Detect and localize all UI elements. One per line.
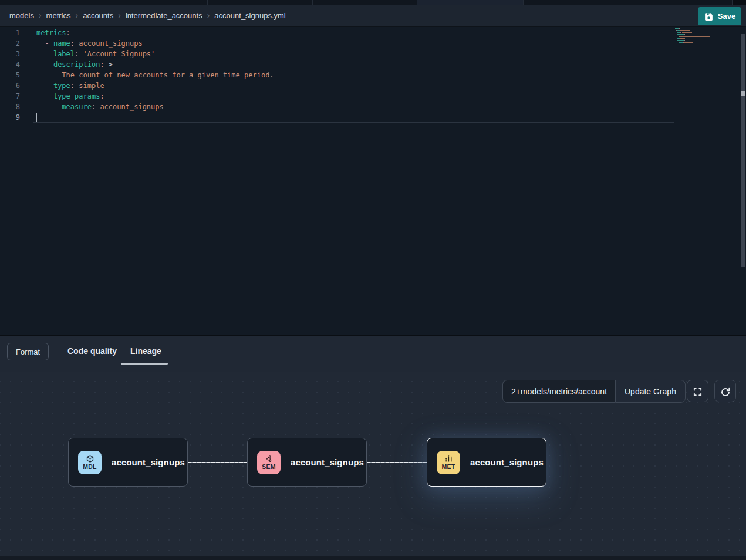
minimap[interactable]: [675, 27, 734, 97]
minimap-line: [675, 34, 686, 35]
breadcrumb: models›metrics›accounts›intermediate_acc…: [9, 11, 286, 20]
code-line-3[interactable]: label: 'Account Signups': [36, 49, 155, 59]
breadcrumb-item-account_signups.yml[interactable]: account_signups.yml: [214, 11, 285, 20]
breadcrumb-separator-icon: ›: [39, 11, 42, 19]
code-token: simple: [75, 82, 104, 90]
code-line-2[interactable]: - name: account_signups: [36, 38, 143, 49]
line-number-9: 9: [0, 112, 20, 123]
save-floppy-icon: [704, 12, 714, 21]
code-line-6[interactable]: type: simple: [36, 80, 104, 91]
code-line-8[interactable]: measure: account_signups: [36, 102, 164, 112]
refresh-icon: [720, 387, 731, 396]
line-number-8: 8: [0, 102, 20, 112]
minimap-line: [675, 40, 685, 41]
code-token: type_params: [53, 92, 100, 100]
node-label: account_signups: [291, 457, 364, 467]
code-line-5[interactable]: The count of new accounts for a given ti…: [36, 70, 274, 80]
code-token: [36, 39, 45, 48]
breadcrumb-item-accounts[interactable]: accounts: [83, 11, 113, 20]
code-token: [36, 82, 53, 90]
code-token: account_signups: [96, 103, 164, 111]
sem-badge: SEM: [257, 451, 281, 474]
code-token: label: [53, 50, 75, 58]
lineage-node-sem[interactable]: SEMaccount_signups: [247, 438, 367, 487]
code-token: 'Account Signups': [83, 50, 156, 58]
file-tabstrip: [0, 0, 746, 5]
file-tab-5[interactable]: [417, 0, 524, 5]
code-token: :: [100, 60, 104, 69]
code-token: type: [53, 82, 70, 90]
file-tab-6[interactable]: [524, 0, 629, 5]
code-token: :: [70, 39, 75, 48]
lineage-edge: [188, 462, 247, 463]
minimap-line: [675, 36, 710, 37]
code-token: name: [53, 39, 70, 48]
breadcrumb-item-models[interactable]: models: [9, 11, 34, 20]
file-tab-2[interactable]: [103, 0, 208, 5]
save-button-label: Save: [718, 12, 735, 21]
minimap-line: [675, 28, 680, 29]
bottom-panel: Format Code quality Lineage Update Graph…: [0, 335, 746, 560]
indent-guide: [53, 102, 53, 112]
file-tab-7[interactable]: [629, 0, 733, 5]
code-token: [36, 50, 53, 58]
lineage-canvas[interactable]: Update Graph MDLaccount_signupsSEMaccoun…: [0, 372, 746, 558]
code-token: :: [100, 92, 104, 100]
indent-guide: [36, 38, 36, 112]
save-button[interactable]: Save: [698, 7, 741, 25]
semantic-model-icon: [265, 454, 274, 463]
code-token: [49, 39, 53, 48]
footer-strip: [0, 556, 746, 560]
app-root: models›metrics›accounts›intermediate_acc…: [0, 0, 746, 560]
format-button[interactable]: Format: [7, 343, 49, 360]
line-number-1: 1: [0, 28, 20, 38]
tab-code-quality[interactable]: Code quality: [67, 346, 117, 356]
code-token: [36, 103, 62, 111]
fullscreen-button[interactable]: [687, 380, 708, 402]
fullscreen-icon: [693, 387, 703, 396]
code-token: :: [66, 29, 70, 37]
refresh-button[interactable]: [714, 380, 736, 402]
code-token: description: [53, 60, 100, 69]
code-line-7[interactable]: type_params:: [36, 91, 104, 102]
breadcrumb-bar: models›metrics›accounts›intermediate_acc…: [0, 5, 746, 27]
code-token: >: [109, 60, 113, 69]
line-number-6: 6: [0, 80, 20, 91]
code-token: The count of new accounts for a given ti…: [62, 71, 274, 79]
breadcrumb-separator-icon: ›: [207, 11, 210, 19]
lineage-node-met[interactable]: METaccount_signups: [427, 438, 546, 487]
badge-label: MET: [441, 463, 455, 471]
code-editor[interactable]: 1metrics:2 - name: account_signups3 labe…: [0, 27, 746, 335]
line-number-2: 2: [0, 38, 20, 49]
text-cursor: [36, 113, 37, 122]
editor-scrollbar-thumb[interactable]: [741, 91, 745, 96]
minimap-line: [675, 42, 693, 43]
code-token: [36, 92, 53, 100]
lineage-edge: [367, 462, 427, 463]
minimap-line: [675, 30, 690, 31]
node-label: account_signups: [470, 457, 544, 467]
code-line-4[interactable]: description: >: [36, 59, 113, 70]
breadcrumb-item-metrics[interactable]: metrics: [46, 11, 71, 20]
editor-scrollbar[interactable]: [741, 34, 745, 267]
panel-divider: [48, 339, 48, 365]
file-tab-4[interactable]: [313, 0, 417, 5]
code-line-1[interactable]: metrics:: [36, 28, 70, 38]
node-label: account_signups: [112, 457, 185, 467]
code-token: [104, 60, 109, 69]
file-tab-3[interactable]: [208, 0, 313, 5]
lineage-node-mdl[interactable]: MDLaccount_signups: [68, 438, 188, 487]
line-number-7: 7: [0, 91, 20, 102]
line-number-5: 5: [0, 70, 20, 80]
metric-chart-icon: [444, 454, 453, 463]
file-tab-1[interactable]: [0, 0, 103, 5]
current-line-highlight: [33, 112, 674, 123]
breadcrumb-item-intermediate_accounts[interactable]: intermediate_accounts: [126, 11, 202, 20]
lineage-selector-input[interactable]: [502, 380, 615, 403]
update-graph-button[interactable]: Update Graph: [615, 380, 686, 403]
indent-guide: [53, 70, 53, 80]
line-number-4: 4: [0, 59, 20, 70]
code-token: metrics: [36, 29, 66, 37]
tab-lineage[interactable]: Lineage: [130, 346, 161, 356]
code-token: :: [70, 82, 75, 90]
